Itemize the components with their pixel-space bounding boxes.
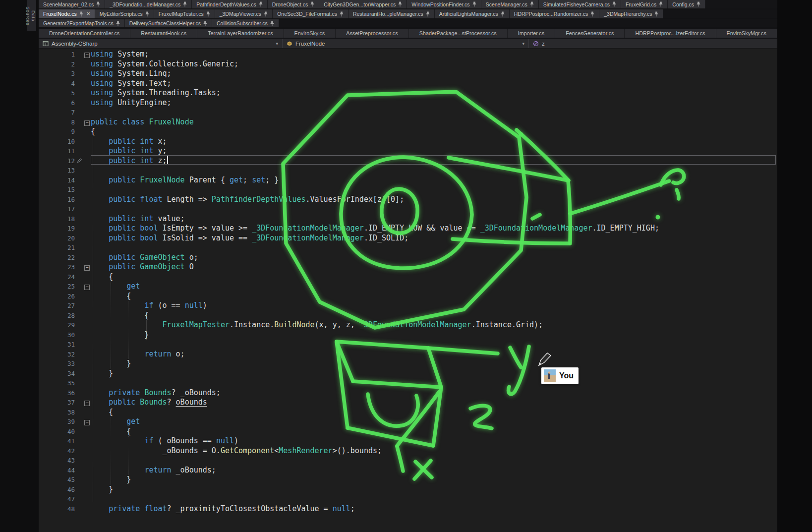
pin-icon[interactable] [259, 1, 263, 7]
tab-shaderpackage-stprocessor-cs[interactable]: ShaderPackage...stProcessor.cs [409, 29, 508, 38]
code-line-16[interactable]: 16 public float Length => PathfinderDept… [39, 195, 777, 205]
line-number[interactable]: 17 [39, 204, 75, 214]
pin-icon[interactable] [116, 21, 120, 26]
code-line-9[interactable]: 9{ [39, 127, 777, 137]
tab-deliverysurfaceclasshelper-cs[interactable]: DeliverySurfaceClassHelper.cs [125, 19, 212, 27]
tab-fruxelmaptester-cs[interactable]: FruxelMapTester.cs [154, 9, 215, 18]
code-line-41[interactable]: 41 if (_oBounds == null) [39, 436, 777, 446]
tab--3dmaphierarchy-cs[interactable]: _3DMapHierarchy.cs [599, 9, 663, 18]
pin-icon[interactable] [696, 1, 700, 7]
code-line-28[interactable]: 28 { [39, 311, 777, 321]
code-line-10[interactable]: 10 public int x; [39, 137, 777, 147]
line-number[interactable]: 41 [39, 436, 75, 446]
line-number[interactable]: 44 [39, 466, 75, 475]
code-line-42[interactable]: 42 _oBounds = O.GetComponent<MeshRendere… [39, 446, 777, 456]
tab-myeditorscripts-cs[interactable]: MyEditorScripts.cs [95, 9, 154, 18]
code-line-45[interactable]: 45 } [39, 475, 777, 485]
code-line-47[interactable]: 47 [39, 494, 777, 504]
line-number[interactable]: 42 [39, 446, 75, 456]
line-number[interactable]: 24 [39, 272, 75, 282]
line-number[interactable]: 11 [39, 146, 75, 156]
tab-collisionsubscriber-cs[interactable]: CollisionSubscriber.cs [212, 19, 279, 27]
line-number[interactable]: 19 [39, 224, 75, 234]
tab-importer-cs[interactable]: Importer.cs [508, 29, 555, 38]
line-number[interactable]: 31 [39, 340, 75, 350]
line-number[interactable]: 36 [39, 388, 75, 398]
code-line-22[interactable]: 22 public GameObject o; [39, 253, 777, 263]
tab-artificiallightsmanager-cs[interactable]: ArtificialLightsManager.cs [435, 9, 510, 18]
code-line-36[interactable]: 36 private Bounds? _oBounds; [39, 388, 777, 398]
pin-icon[interactable] [264, 11, 268, 17]
line-number[interactable]: 15 [39, 185, 75, 195]
code-line-27[interactable]: 27 if (o == null) [39, 301, 777, 311]
code-line-3[interactable]: 3using System.Linq; [39, 69, 777, 79]
fold-toggle[interactable]: − [84, 401, 90, 406]
line-number[interactable]: 37 [39, 398, 75, 408]
tab-citygen3dgen-torwrapper-cs[interactable]: CityGen3DGen...torWrapper.cs [319, 0, 407, 8]
code-line-46[interactable]: 46 } [39, 485, 777, 495]
code-line-19[interactable]: 19 public bool IsEmpty => value >= _3DFo… [39, 224, 777, 234]
code-line-32[interactable]: 32 return o; [39, 350, 777, 359]
line-number[interactable]: 48 [39, 504, 75, 514]
code-line-34[interactable]: 34 } [39, 369, 777, 379]
pin-icon[interactable] [530, 1, 534, 7]
line-number[interactable]: 12 [39, 156, 75, 166]
tab-droneobject-cs[interactable]: DroneObject.cs [268, 0, 319, 8]
fold-toggle[interactable]: − [84, 285, 90, 290]
line-number[interactable]: 3 [39, 69, 75, 79]
code-line-44[interactable]: 44 return _oBounds; [39, 466, 777, 475]
code-line-35[interactable]: 35 [39, 378, 777, 388]
code-line-4[interactable]: 4using System.Text; [39, 79, 777, 89]
fold-toggle[interactable]: − [84, 265, 90, 271]
line-number[interactable]: 34 [39, 369, 75, 379]
line-number[interactable]: 21 [39, 243, 75, 253]
pin-icon[interactable] [270, 21, 274, 26]
code-line-7[interactable]: 7 [39, 108, 777, 118]
tab--3dfoundatio-delmanager-cs[interactable]: _3DFoundatio...delManager.cs [105, 0, 192, 8]
pin-icon[interactable] [612, 1, 616, 7]
code-line-33[interactable]: 33 } [39, 359, 777, 369]
code-line-11[interactable]: 11 public int y; [39, 146, 777, 156]
line-number[interactable]: 33 [39, 359, 75, 369]
pin-icon[interactable] [96, 1, 100, 7]
tab-pathfinderdepthvalues-cs[interactable]: PathfinderDepthValues.cs [192, 0, 268, 8]
code-line-1[interactable]: 1−using System; [39, 50, 777, 59]
line-number[interactable]: 29 [39, 320, 75, 330]
line-number[interactable]: 23 [39, 262, 75, 272]
tab-hdrppostproc-randomizer-cs[interactable]: HDRPPostproc...Randomizer.cs [510, 9, 599, 18]
pin-icon[interactable] [79, 11, 83, 17]
tab--3dmapviewer-cs[interactable]: _3DMapViewer.cs [215, 9, 273, 18]
line-number[interactable]: 27 [39, 301, 75, 311]
code-line-12[interactable]: 12 public int z; [39, 156, 777, 166]
tab-assetpreprocessor-cs[interactable]: AssetPreprocessor.cs [336, 29, 408, 38]
pin-icon[interactable] [501, 11, 505, 17]
line-number[interactable]: 40 [39, 427, 75, 437]
code-line-29[interactable]: 29 FruxelMapTester.Instance.BuildNode(x,… [39, 320, 777, 330]
pin-icon[interactable] [426, 11, 430, 17]
code-line-14[interactable]: 14 public FruxelNode Parent { get; set; … [39, 176, 777, 185]
line-number[interactable]: 16 [39, 195, 75, 205]
line-number[interactable]: 32 [39, 350, 75, 359]
code-line-40[interactable]: 40 { [39, 427, 777, 437]
line-number[interactable]: 47 [39, 494, 75, 504]
line-number[interactable]: 30 [39, 330, 75, 340]
line-number[interactable]: 1 [39, 50, 75, 59]
code-line-31[interactable]: 31 [39, 340, 777, 350]
tab-hdrppostproc-izereditor-cs[interactable]: HDRPPostproc...izerEditor.cs [625, 29, 716, 38]
pin-icon[interactable] [183, 1, 187, 7]
code-line-48[interactable]: 48 private float? _proximityToClosestObs… [39, 504, 777, 514]
pin-icon[interactable] [206, 11, 210, 17]
tab-enviroskymgr-cs[interactable]: EnviroSkyMgr.cs [716, 29, 777, 38]
pin-icon[interactable] [654, 11, 658, 17]
tab-scenemanager-cs[interactable]: SceneManager.cs [481, 0, 539, 8]
tab-config-cs[interactable]: Config.cs [668, 0, 705, 8]
line-number[interactable]: 46 [39, 485, 75, 495]
pin-icon[interactable] [398, 1, 402, 7]
code-line-25[interactable]: 25− get [39, 282, 777, 292]
fold-toggle[interactable]: − [84, 53, 90, 58]
project-dropdown[interactable]: Assembly-CSharp ▾ [39, 39, 283, 48]
pin-icon[interactable] [590, 11, 594, 17]
line-number[interactable]: 43 [39, 456, 75, 466]
line-number[interactable]: 38 [39, 408, 75, 417]
line-number[interactable]: 4 [39, 79, 75, 89]
